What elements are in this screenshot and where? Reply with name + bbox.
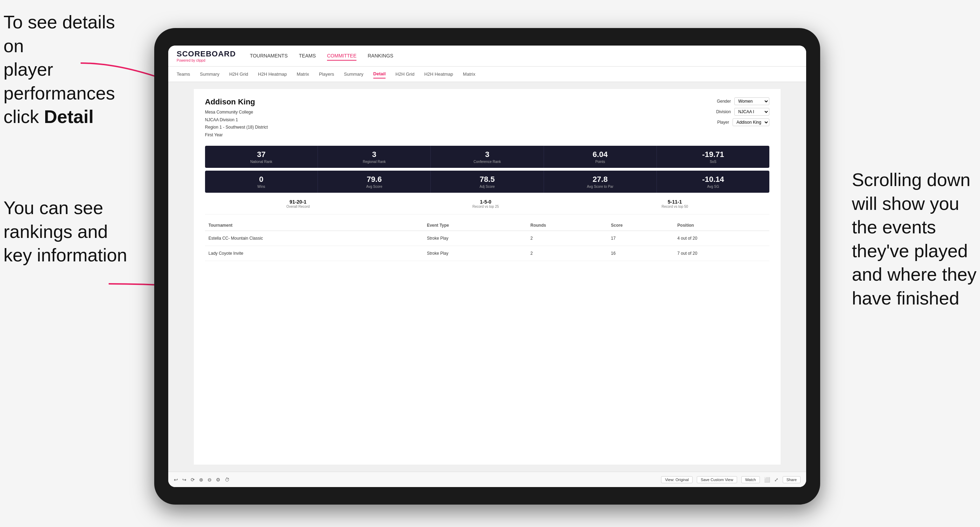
- table-row: Estella CC- Mountain Classic Stroke Play…: [205, 231, 769, 246]
- player-year: First Year: [205, 132, 223, 137]
- score: 16: [608, 246, 674, 261]
- zoom-out-icon[interactable]: ⊖: [207, 477, 212, 483]
- player-header: Addison King Mesa Community College NJCA…: [205, 97, 769, 139]
- tournament-name: Lady Coyote Invite: [205, 246, 423, 261]
- redo-icon[interactable]: ↪: [182, 477, 186, 483]
- stat-conference-rank: 3 Conference Rank: [431, 146, 544, 168]
- record-overall: 91-20-1 Overall Record: [286, 199, 310, 208]
- division-label: Division: [716, 110, 731, 114]
- stat-avg-score-par: 27.8 Avg Score to Par: [544, 171, 657, 193]
- annotation-right: Scrolling down will show you the events …: [852, 168, 977, 310]
- logo-powered: Powered by clippd: [177, 59, 236, 62]
- gender-label: Gender: [717, 99, 731, 104]
- stats-row-2: 0 Wins 79.6 Avg Score 78.5 Adj Score 27.…: [205, 171, 769, 193]
- tab-h2h-heatmap[interactable]: H2H Heatmap: [258, 70, 287, 78]
- nav-items: TOURNAMENTS TEAMS COMMITTEE RANKINGS: [250, 51, 393, 60]
- tab-h2h-grid2[interactable]: H2H Grid: [395, 70, 414, 78]
- position: 7 out of 20: [674, 246, 770, 261]
- refresh-icon[interactable]: ⟳: [191, 477, 195, 483]
- tab-h2h-heatmap2[interactable]: H2H Heatmap: [424, 70, 453, 78]
- save-custom-view-button[interactable]: Save Custom View: [697, 476, 737, 483]
- stat-avg-score: 79.6 Avg Score: [318, 171, 431, 193]
- main-content: Addison King Mesa Community College NJCA…: [168, 82, 806, 471]
- toolbar-right: View: Original Save Custom View Watch ⬜ …: [661, 476, 800, 483]
- col-event-type: Event Type: [423, 220, 527, 231]
- division-selector-row: Division NJCAA I NJCAA II: [716, 108, 769, 116]
- col-tournament: Tournament: [205, 220, 423, 231]
- tab-players[interactable]: Players: [319, 70, 334, 78]
- position: 4 out of 20: [674, 231, 770, 246]
- stat-national-rank: 37 National Rank: [205, 146, 318, 168]
- top-nav: SCOREBOARD Powered by clippd TOURNAMENTS…: [168, 46, 806, 67]
- content-panel: Addison King Mesa Community College NJCA…: [194, 89, 781, 465]
- player-selectors: Gender Women Men Division NJCAA I NJCAA …: [716, 97, 769, 139]
- logo-area: SCOREBOARD Powered by clippd: [177, 49, 236, 62]
- stat-wins: 0 Wins: [205, 171, 318, 193]
- player-division: NJCAA Division 1: [205, 117, 238, 122]
- col-score: Score: [608, 220, 674, 231]
- settings-icon[interactable]: ⚙: [216, 477, 221, 483]
- player-info: Addison King Mesa Community College NJCA…: [205, 97, 268, 139]
- player-selector-row: Player Addison King: [717, 118, 769, 126]
- score: 17: [608, 231, 674, 246]
- tab-summary2[interactable]: Summary: [344, 70, 363, 78]
- table-row: Lady Coyote Invite Stroke Play 2 16 7 ou…: [205, 246, 769, 261]
- stat-avg-sg: -10.14 Avg SG: [657, 171, 769, 193]
- toolbar: ↩ ↪ ⟳ ⊕ ⊖ ⚙ ⏱ View: Original Save Custom…: [168, 471, 806, 487]
- tablet-frame: SCOREBOARD Powered by clippd TOURNAMENTS…: [154, 28, 820, 505]
- tournament-table: Tournament Event Type Rounds Score Posit…: [205, 220, 769, 261]
- tab-teams[interactable]: Teams: [177, 70, 190, 78]
- tab-summary[interactable]: Summary: [200, 70, 220, 78]
- player-name: Addison King: [205, 97, 268, 106]
- player-select[interactable]: Addison King: [733, 118, 769, 126]
- stat-sos: -19.71 SoS: [657, 146, 769, 168]
- records-row: 91-20-1 Overall Record 1-5-0 Record vs t…: [205, 195, 769, 214]
- nav-committee[interactable]: COMMITTEE: [327, 51, 356, 60]
- gender-select[interactable]: Women Men: [734, 97, 769, 105]
- col-position: Position: [674, 220, 770, 231]
- stat-points: 6.04 Points: [544, 146, 657, 168]
- rounds: 2: [527, 246, 608, 261]
- player-region: Region 1 - Southwest (18) District: [205, 125, 268, 130]
- tab-matrix2[interactable]: Matrix: [463, 70, 475, 78]
- stat-regional-rank: 3 Regional Rank: [318, 146, 431, 168]
- screen-icon[interactable]: ⬜: [764, 477, 770, 483]
- tablet-screen: SCOREBOARD Powered by clippd TOURNAMENTS…: [168, 46, 806, 487]
- stats-row-1: 37 National Rank 3 Regional Rank 3 Confe…: [205, 146, 769, 168]
- division-select[interactable]: NJCAA I NJCAA II: [734, 108, 769, 116]
- record-top25: 1-5-0 Record vs top 25: [473, 199, 499, 208]
- rounds: 2: [527, 231, 608, 246]
- logo-scoreboard: SCOREBOARD: [177, 49, 236, 59]
- player-school: Mesa Community College: [205, 110, 253, 114]
- view-original-button[interactable]: View: Original: [661, 476, 693, 483]
- expand-icon[interactable]: ⤢: [774, 477, 778, 483]
- tournament-name: Estella CC- Mountain Classic: [205, 231, 423, 246]
- zoom-in-icon[interactable]: ⊕: [199, 477, 203, 483]
- share-button[interactable]: Share: [783, 476, 800, 483]
- clock-icon[interactable]: ⏱: [225, 477, 229, 483]
- undo-icon[interactable]: ↩: [174, 477, 178, 483]
- nav-tournaments[interactable]: TOURNAMENTS: [250, 51, 288, 60]
- col-rounds: Rounds: [527, 220, 608, 231]
- event-type: Stroke Play: [423, 246, 527, 261]
- tab-matrix[interactable]: Matrix: [296, 70, 309, 78]
- annotation-bottomleft: You can see rankings and key information: [3, 196, 127, 267]
- tab-h2h-grid[interactable]: H2H Grid: [229, 70, 248, 78]
- event-type: Stroke Play: [423, 231, 527, 246]
- tab-detail[interactable]: Detail: [373, 70, 385, 78]
- nav-teams[interactable]: TEAMS: [299, 51, 316, 60]
- sub-nav: Teams Summary H2H Grid H2H Heatmap Matri…: [168, 67, 806, 82]
- player-label: Player: [717, 120, 729, 125]
- nav-rankings[interactable]: RANKINGS: [368, 51, 393, 60]
- gender-selector-row: Gender Women Men: [717, 97, 769, 105]
- record-top50: 5-11-1 Record vs top 50: [662, 199, 688, 208]
- stat-adj-score: 78.5 Adj Score: [431, 171, 544, 193]
- watch-button[interactable]: Watch: [741, 476, 760, 483]
- toolbar-left: ↩ ↪ ⟳ ⊕ ⊖ ⚙ ⏱: [174, 477, 229, 483]
